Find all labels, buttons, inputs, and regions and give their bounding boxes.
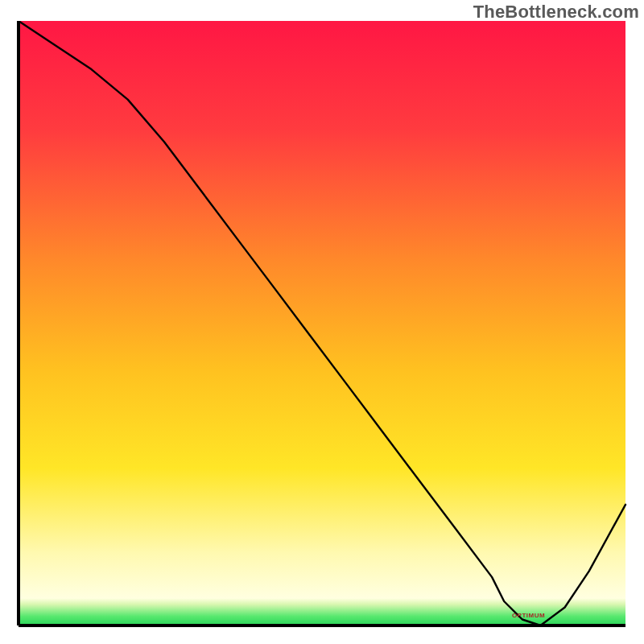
optimum-marker: OPTIMUM	[512, 612, 545, 619]
chart-svg	[16, 21, 628, 628]
plot-area: OPTIMUM	[16, 21, 628, 628]
chart-container: TheBottleneck.com OPTIMUM	[0, 0, 644, 644]
gradient-background	[19, 21, 625, 625]
watermark-text: TheBottleneck.com	[473, 2, 639, 23]
